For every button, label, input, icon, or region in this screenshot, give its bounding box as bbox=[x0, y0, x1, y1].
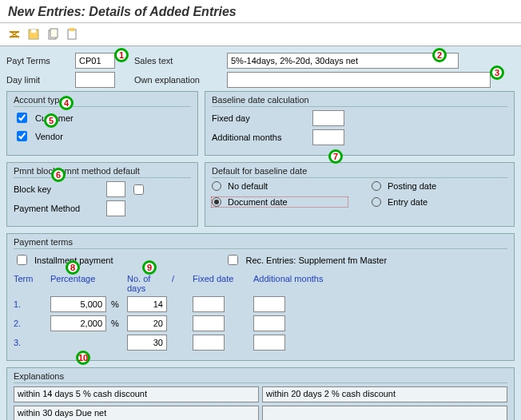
months-input-1[interactable] bbox=[253, 296, 285, 312]
toolbar bbox=[0, 23, 521, 46]
table-row: 1. % bbox=[14, 296, 507, 312]
baseline-default-title: Default for baseline date bbox=[212, 166, 507, 178]
toggle-icon[interactable] bbox=[8, 28, 21, 41]
marker-2: 2 bbox=[432, 48, 447, 62]
col-days: No. of days bbox=[127, 274, 167, 293]
radio-document-date-label: Document date bbox=[228, 197, 288, 207]
page-title: New Entries: Details of Added Entries bbox=[0, 0, 521, 23]
marker-9: 9 bbox=[142, 260, 157, 275]
radio-document-date[interactable]: Document date bbox=[212, 197, 348, 207]
expl-cell-1[interactable]: within 14 days 5 % cash discount bbox=[14, 386, 259, 402]
vendor-label: Vendor bbox=[35, 132, 63, 141]
row-num: 3. bbox=[14, 338, 46, 347]
fixed-input-1[interactable] bbox=[193, 296, 225, 312]
svg-rect-5 bbox=[50, 29, 58, 38]
marker-7: 7 bbox=[328, 149, 343, 164]
rec-entries-label: Rec. Entries: Supplement fm Master bbox=[245, 256, 387, 265]
rec-entries-checkbox-wrap: Rec. Entries: Supplement fm Master bbox=[225, 252, 387, 267]
pct-input-2[interactable] bbox=[50, 315, 106, 331]
fixed-input-2[interactable] bbox=[193, 315, 225, 331]
pmnt-block-title: Pmnt block/pmnt method default bbox=[14, 166, 191, 178]
marker-8: 8 bbox=[66, 260, 80, 275]
payment-method-label: Payment Method bbox=[14, 204, 101, 213]
block-key-label: Block key bbox=[14, 184, 101, 194]
marker-10: 10 bbox=[76, 351, 90, 365]
installment-checkbox-wrap: Installment payment bbox=[14, 252, 113, 267]
baseline-calc-title: Baseline date calculation bbox=[212, 95, 507, 107]
block-key-extra-checkbox[interactable] bbox=[133, 184, 144, 195]
pct-suffix: % bbox=[111, 299, 122, 309]
day-limit-label: Day limit bbox=[6, 75, 70, 85]
col-fixed: Fixed date bbox=[193, 274, 249, 293]
svg-rect-3 bbox=[31, 30, 36, 33]
radio-no-default-label: No default bbox=[228, 181, 268, 191]
marker-5: 5 bbox=[44, 113, 58, 128]
payt-terms-label: Payt Terms bbox=[6, 56, 70, 65]
svg-rect-7 bbox=[70, 28, 74, 31]
day-limit-input[interactable] bbox=[75, 72, 115, 88]
own-expl-label: Own explanation bbox=[134, 75, 222, 85]
days-input-3[interactable] bbox=[127, 335, 167, 351]
pct-input-1[interactable] bbox=[50, 296, 106, 312]
col-months: Additional months bbox=[253, 274, 325, 293]
radio-posting-date-label: Posting date bbox=[388, 181, 436, 191]
row-num: 2. bbox=[14, 319, 46, 328]
payment-terms-title: Payment terms bbox=[14, 237, 507, 249]
save-icon[interactable] bbox=[27, 28, 40, 41]
months-input-3[interactable] bbox=[253, 335, 285, 351]
row-num: 1. bbox=[14, 299, 46, 309]
marker-6: 6 bbox=[51, 168, 66, 182]
fixed-day-input[interactable] bbox=[312, 110, 344, 126]
days-input-2[interactable] bbox=[127, 315, 167, 331]
radio-entry-date-label: Entry date bbox=[388, 197, 428, 207]
add-months-input[interactable] bbox=[312, 129, 344, 145]
copy-icon[interactable] bbox=[46, 28, 59, 41]
radio-no-default[interactable]: No default bbox=[212, 181, 348, 191]
days-input-1[interactable] bbox=[127, 296, 167, 312]
sales-text-input[interactable] bbox=[227, 53, 459, 69]
table-row: 2. % bbox=[14, 315, 507, 331]
add-months-label: Additional months bbox=[212, 133, 308, 142]
col-term: Term bbox=[14, 274, 46, 293]
expl-cell-4[interactable] bbox=[262, 406, 507, 420]
fixed-input-3[interactable] bbox=[193, 335, 225, 351]
vendor-checkbox[interactable] bbox=[17, 131, 27, 141]
paste-icon[interactable] bbox=[66, 28, 78, 41]
col-slash: / bbox=[172, 274, 188, 293]
fixed-day-label: Fixed day bbox=[212, 113, 308, 123]
marker-1: 1 bbox=[114, 48, 129, 62]
radio-entry-date[interactable]: Entry date bbox=[372, 197, 507, 207]
marker-3: 3 bbox=[490, 65, 504, 80]
explanations-title: Explanations bbox=[14, 371, 507, 383]
expl-cell-2[interactable]: within 20 days 2 % cash discount bbox=[262, 386, 507, 402]
radio-posting-date[interactable]: Posting date bbox=[372, 181, 507, 191]
own-expl-input[interactable] bbox=[227, 72, 491, 88]
sales-text-label: Sales text bbox=[134, 56, 222, 65]
table-row: 3. bbox=[14, 335, 507, 351]
rec-entries-checkbox[interactable] bbox=[228, 255, 238, 265]
payt-terms-input[interactable] bbox=[75, 53, 115, 69]
pct-suffix: % bbox=[111, 319, 122, 328]
payment-method-input[interactable] bbox=[106, 200, 125, 216]
col-pct: Percentage bbox=[50, 274, 106, 293]
account-type-title: Account type bbox=[14, 95, 191, 107]
months-input-2[interactable] bbox=[253, 315, 285, 331]
customer-checkbox[interactable] bbox=[17, 113, 27, 123]
content-area: 1 2 3 4 5 6 7 8 9 10 Payt Terms Sales te… bbox=[0, 46, 521, 420]
block-key-input[interactable] bbox=[106, 181, 125, 197]
expl-cell-3[interactable]: within 30 days Due net bbox=[14, 406, 259, 420]
installment-checkbox[interactable] bbox=[17, 255, 27, 265]
marker-4: 4 bbox=[59, 96, 74, 110]
